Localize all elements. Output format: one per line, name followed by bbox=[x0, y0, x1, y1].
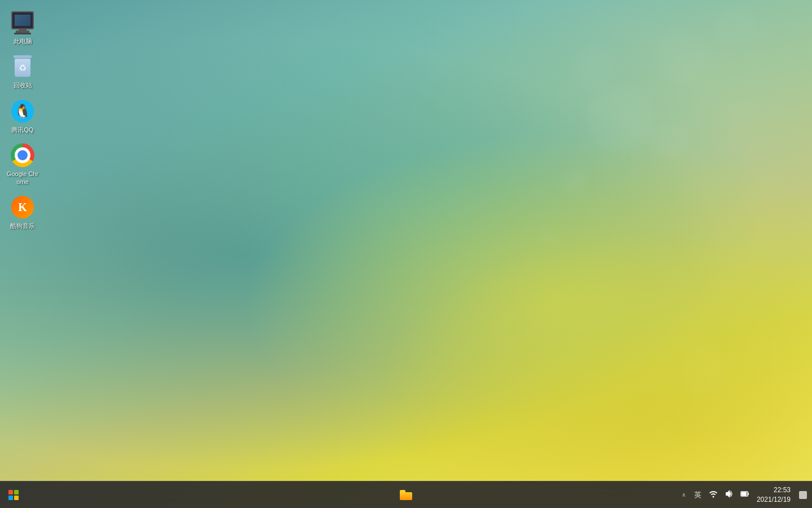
qq-icon-wrap: 🐧 bbox=[11, 100, 34, 122]
desktop-icon-kmusic[interactable]: K 酷狗音乐 bbox=[2, 190, 43, 234]
tray-battery-button[interactable] bbox=[739, 487, 751, 502]
desktop-icon-qq[interactable]: 🐧 腾讯QQ bbox=[2, 94, 43, 138]
taskbar: ∧ 英 bbox=[0, 481, 812, 508]
bokeh-2 bbox=[570, 45, 615, 90]
recycle-lid bbox=[14, 55, 32, 58]
bokeh-1 bbox=[586, 85, 654, 152]
notification-icon bbox=[799, 491, 807, 499]
tray-volume-button[interactable] bbox=[723, 487, 735, 502]
tray-clock[interactable]: 22:53 2021/12/19 bbox=[754, 484, 795, 506]
system-tray: ∧ 英 bbox=[679, 484, 807, 506]
taskbar-right: ∧ 英 bbox=[679, 484, 812, 506]
folder-body bbox=[400, 492, 412, 500]
computer-icon-label: 此电脑 bbox=[14, 37, 32, 45]
bokeh-5 bbox=[564, 169, 586, 192]
qq-icon-label: 腾讯QQ bbox=[11, 126, 33, 134]
chrome-icon bbox=[10, 143, 35, 168]
desktop-icon-computer[interactable]: 此电脑 bbox=[2, 6, 43, 50]
bokeh-4 bbox=[654, 28, 710, 85]
volume-icon bbox=[725, 489, 734, 498]
chrome-icon-wrap bbox=[11, 143, 34, 167]
monitor-base bbox=[14, 33, 31, 34]
bokeh-8 bbox=[677, 344, 727, 395]
bokeh-7 bbox=[727, 102, 756, 130]
recycle-body: ♻ bbox=[15, 59, 30, 77]
svg-rect-3 bbox=[748, 493, 749, 495]
taskbar-left bbox=[0, 481, 27, 509]
win-logo-red bbox=[8, 490, 13, 494]
kmusic-icon: K bbox=[10, 195, 35, 220]
svg-point-0 bbox=[712, 496, 714, 498]
tray-time: 22:53 bbox=[774, 485, 791, 495]
monitor-icon bbox=[11, 11, 34, 29]
win-logo-yellow bbox=[14, 496, 19, 500]
kmusic-letter: K bbox=[18, 201, 27, 214]
bokeh-9 bbox=[539, 226, 558, 246]
folder-icon bbox=[400, 490, 412, 500]
chevron-up-icon: ∧ bbox=[682, 492, 686, 498]
recycle-bin-icon: ♻ bbox=[10, 54, 35, 79]
desktop: 此电脑 ♻ 回收站 🐧 腾讯QQ bbox=[0, 0, 812, 508]
tray-notification-button[interactable] bbox=[798, 491, 807, 500]
tray-date: 2021/12/19 bbox=[757, 495, 791, 505]
svg-rect-4 bbox=[799, 491, 807, 499]
start-button[interactable] bbox=[0, 481, 27, 509]
recycle-icon-shape: ♻ bbox=[12, 55, 33, 78]
taskbar-file-explorer[interactable] bbox=[392, 481, 420, 509]
computer-icon bbox=[10, 10, 35, 35]
taskbar-center bbox=[392, 481, 420, 509]
bokeh-3 bbox=[654, 124, 688, 158]
win-logo-green bbox=[14, 490, 19, 494]
recycle-symbol: ♻ bbox=[19, 63, 27, 73]
kmusic-icon-wrap: K bbox=[11, 196, 34, 218]
qq-emoji: 🐧 bbox=[14, 103, 31, 119]
battery-icon bbox=[740, 489, 749, 498]
kmusic-icon-label: 酷狗音乐 bbox=[10, 222, 35, 230]
win-logo-blue bbox=[8, 496, 13, 500]
language-label: 英 bbox=[694, 491, 701, 499]
tray-language-button[interactable]: 英 bbox=[692, 489, 704, 501]
chrome-center-dot bbox=[17, 150, 28, 160]
monitor-screen bbox=[15, 15, 30, 26]
svg-rect-2 bbox=[742, 492, 747, 496]
network-icon bbox=[709, 489, 718, 498]
desktop-icon-chrome[interactable]: Google Chrome bbox=[2, 138, 43, 191]
desktop-icons-container: 此电脑 ♻ 回收站 🐧 腾讯QQ bbox=[0, 0, 45, 240]
desktop-icon-recycle[interactable]: ♻ 回收站 bbox=[2, 50, 43, 94]
tray-chevron-button[interactable]: ∧ bbox=[679, 491, 689, 500]
qq-icon: 🐧 bbox=[10, 99, 35, 124]
chrome-icon-label: Google Chrome bbox=[5, 170, 40, 186]
recycle-icon-label: 回收站 bbox=[14, 81, 32, 89]
bokeh-6 bbox=[716, 6, 756, 45]
tray-network-button[interactable] bbox=[707, 487, 720, 502]
windows-logo-icon bbox=[8, 490, 19, 500]
